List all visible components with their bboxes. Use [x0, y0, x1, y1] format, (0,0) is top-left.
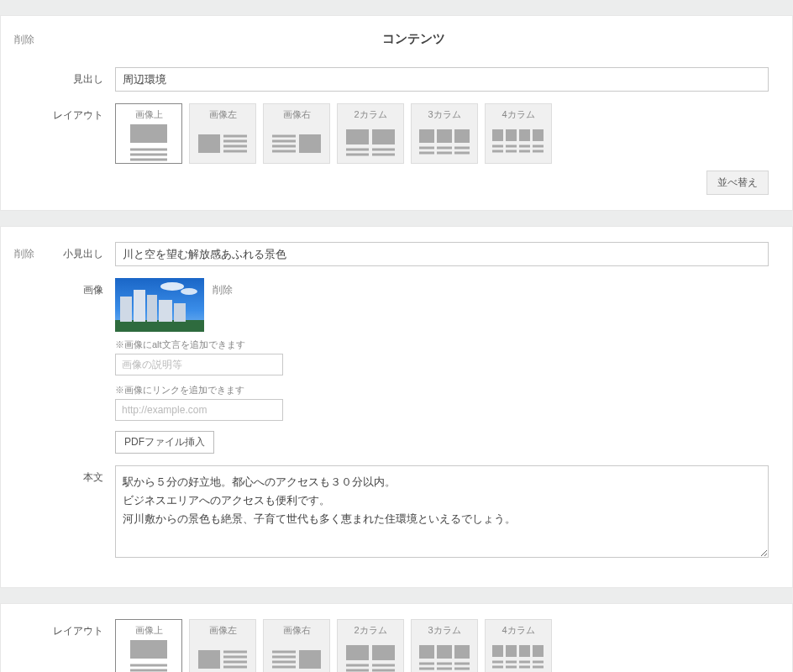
svg-rect-50 [130, 640, 167, 659]
svg-rect-0 [130, 124, 167, 143]
svg-point-49 [181, 288, 197, 295]
svg-rect-31 [519, 129, 530, 141]
svg-rect-42 [115, 320, 204, 332]
layout-preview-icon [195, 124, 250, 163]
body-textarea[interactable] [115, 465, 769, 558]
svg-rect-64 [346, 645, 369, 660]
layout-preview-icon [417, 124, 472, 163]
layout-option-label: 2カラム [343, 624, 398, 637]
layout-option-image-top[interactable]: 画像上 [115, 103, 182, 164]
layout-label: レイアウト [14, 103, 115, 123]
content-panel: 削除 コンテンツ 見出し レイアウト 画像上 [0, 15, 793, 211]
layout-option-label: 画像左 [195, 108, 250, 121]
svg-rect-79 [492, 645, 503, 657]
alt-text-input[interactable] [115, 354, 283, 375]
svg-rect-65 [372, 645, 395, 660]
image-link-input[interactable] [115, 399, 283, 421]
subheading-input[interactable] [115, 242, 769, 266]
link-helper-text: ※画像にリンクを追加できます [115, 384, 769, 396]
subheading-label: 小見出し [58, 242, 115, 261]
layout-preview-icon [121, 640, 176, 672]
svg-rect-32 [533, 129, 544, 141]
layout-option-4col[interactable]: 4カラム [485, 619, 552, 672]
pdf-insert-button[interactable]: PDFファイル挿入 [115, 431, 214, 454]
layout-option-label: 3カラム [417, 108, 472, 121]
image-thumbnail[interactable] [115, 278, 204, 332]
layout-option-label: 画像上 [121, 108, 176, 121]
layout-option-image-left[interactable]: 画像左 [189, 619, 256, 672]
layout-option-4col[interactable]: 4カラム [485, 103, 552, 164]
svg-rect-54 [198, 650, 220, 669]
layout-preview-icon [269, 640, 324, 672]
svg-rect-71 [437, 645, 452, 659]
layout-option-label: 4カラム [491, 108, 546, 121]
svg-rect-30 [506, 129, 517, 141]
alt-helper-text: ※画像にalt文言を追加できます [115, 339, 769, 351]
svg-rect-47 [174, 303, 186, 322]
svg-rect-46 [159, 300, 172, 322]
delete-image-link[interactable]: 削除 [213, 283, 233, 297]
block-panel: 削除 小見出し 画像 [0, 226, 793, 588]
svg-rect-4 [198, 134, 220, 153]
reorder-button[interactable]: 並べ替え [706, 171, 769, 195]
layout-option-2col[interactable]: 2カラム [337, 619, 404, 672]
layout-option-image-right[interactable]: 画像右 [263, 619, 330, 672]
layout-preview-icon [491, 124, 546, 163]
svg-rect-44 [134, 290, 145, 322]
layout-option-label: 画像左 [195, 624, 250, 637]
layout-chooser: 画像上 画像左 [115, 103, 769, 164]
svg-rect-22 [454, 129, 470, 143]
heading-input[interactable] [115, 67, 769, 92]
heading-label: 見出し [14, 67, 115, 87]
svg-rect-13 [299, 134, 321, 153]
layout-option-label: 画像右 [269, 624, 324, 637]
layout-preview-icon [417, 640, 472, 672]
svg-rect-45 [147, 295, 157, 322]
layout-preview-icon [491, 640, 546, 672]
layout-preview-icon [269, 124, 324, 163]
layout-panel-2: レイアウト 画像上 [0, 603, 793, 672]
layout-preview-icon [195, 640, 250, 672]
layout-option-3col[interactable]: 3カラム [411, 103, 478, 164]
layout-option-label: 2カラム [343, 108, 398, 121]
svg-rect-29 [492, 129, 503, 141]
layout-option-2col[interactable]: 2カラム [337, 103, 404, 164]
svg-rect-15 [372, 129, 395, 144]
layout-label-2: レイアウト [14, 619, 115, 638]
layout-preview-icon [121, 124, 176, 163]
svg-rect-81 [519, 645, 530, 657]
svg-rect-80 [506, 645, 517, 657]
svg-rect-14 [346, 129, 369, 144]
layout-option-image-left[interactable]: 画像左 [189, 103, 256, 164]
svg-rect-70 [419, 645, 434, 659]
svg-rect-21 [437, 129, 452, 143]
section-title: コンテンツ [58, 31, 769, 47]
layout-option-image-right[interactable]: 画像右 [263, 103, 330, 164]
delete-block-link[interactable]: 削除 [14, 248, 34, 260]
layout-option-3col[interactable]: 3カラム [411, 619, 478, 672]
svg-rect-82 [533, 645, 544, 657]
layout-option-label: 画像上 [121, 624, 176, 637]
layout-option-label: 3カラム [417, 624, 472, 637]
svg-rect-72 [454, 645, 470, 659]
layout-preview-icon [343, 124, 398, 163]
svg-rect-20 [419, 129, 434, 143]
svg-rect-43 [120, 297, 132, 322]
layout-option-label: 4カラム [491, 624, 546, 637]
delete-content-link[interactable]: 削除 [14, 31, 58, 47]
svg-point-48 [160, 282, 184, 291]
body-label: 本文 [14, 465, 115, 485]
image-label: 画像 [14, 278, 115, 297]
layout-chooser-2: 画像上 画像左 [115, 619, 769, 672]
layout-option-image-top[interactable]: 画像上 [115, 619, 182, 672]
layout-option-label: 画像右 [269, 108, 324, 121]
svg-rect-63 [299, 650, 321, 669]
layout-preview-icon [343, 640, 398, 672]
